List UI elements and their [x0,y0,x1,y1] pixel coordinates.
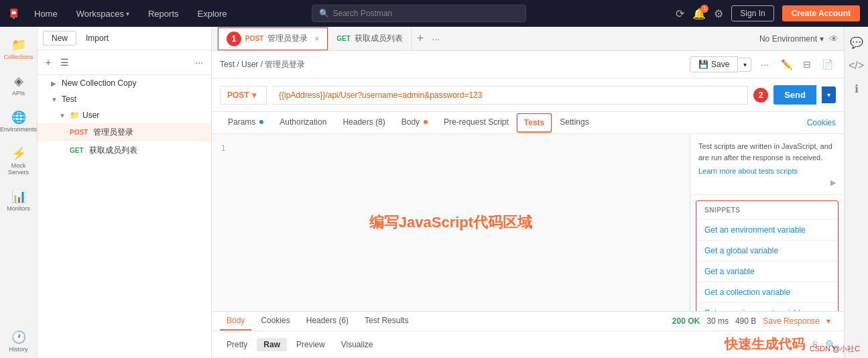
new-button[interactable]: New [43,31,76,46]
status-ok: 200 OK [672,316,700,326]
sidebar-item-mock-servers[interactable]: ⚡ Mock Servers [2,141,36,181]
snippets-info: Test scripts are written in JavaScript, … [690,134,844,195]
tab-get-members[interactable]: GET 获取成员列表 [328,27,412,51]
send-button[interactable]: Send [773,85,816,105]
more-options-button[interactable]: ··· [757,59,773,70]
info-icon[interactable]: ℹ [851,78,863,99]
req-tab-authorization[interactable]: Authorization [271,112,334,133]
request-item-admin-login[interactable]: POST 管理员登录 [38,123,211,141]
save-icon: 💾 [698,60,708,69]
bottom-tab-headers[interactable]: Headers (6) [300,312,355,331]
method-value: POST [227,91,249,100]
more-options-button[interactable]: ··· [192,56,206,69]
snippet-item-global-var[interactable]: Get a global variable [696,241,838,261]
close-icon[interactable]: × [314,34,319,44]
nav-home[interactable]: Home [30,6,62,21]
format-visualize[interactable]: Visualize [334,338,380,351]
nav-reports[interactable]: Reports [144,6,183,21]
edit-icon[interactable]: ✏️ [778,59,795,70]
mock-servers-icon: ⚡ [11,146,26,161]
save-button[interactable]: 💾 Save [690,56,738,72]
sidebar-item-apis[interactable]: ◈ APIs [2,68,36,102]
format-raw[interactable]: Raw [257,338,287,351]
cookies-link[interactable]: Cookies [807,118,836,127]
bottom-tab-cookies[interactable]: Cookies [254,312,296,331]
comment-icon[interactable]: 💬 [846,32,867,53]
req-tab-settings[interactable]: Settings [552,112,597,133]
folder-icon: 📁 [70,111,80,120]
collections-actions-bar: + ☰ ··· [38,50,211,75]
params-dot [259,120,263,124]
snippet-item-variable[interactable]: Get a variable [696,261,838,282]
search-input[interactable] [333,9,519,18]
sync-icon[interactable]: ⟳ [676,7,684,20]
bottom-tab-body[interactable]: Body [220,312,251,331]
req-tab-headers[interactable]: Headers (8) [334,112,393,133]
chevron-down-icon: ▼ [51,96,59,103]
url-input[interactable] [279,91,741,100]
learn-more-link[interactable]: Learn more about tests scripts [698,167,798,175]
format-preview[interactable]: Preview [290,338,332,351]
chevron-down-icon: ▾ [820,34,824,44]
tab-admin-login[interactable]: 1 POST 管理员登录 × [217,27,328,51]
format-pretty[interactable]: Pretty [220,338,254,351]
nav-workspaces[interactable]: Workspaces ▾ [72,6,133,21]
method-selector[interactable]: POST ▾ [220,86,267,105]
send-dropdown-button[interactable]: ▾ [822,86,836,103]
tab-method-get: GET [336,35,351,42]
layout-icon[interactable]: ⊟ [800,59,814,70]
tabs-bar: 1 POST 管理员登录 × GET 获取成员列表 + ··· No Envir… [212,27,844,51]
req-tab-tests[interactable]: Tests [517,113,552,133]
tab-label-admin-login: 管理员登录 [267,33,308,44]
collection-item-test[interactable]: ▼ Test [38,91,211,107]
main-area: 1 POST 管理员登录 × GET 获取成员列表 + ··· No Envir… [212,27,844,358]
search-icon: 🔍 [319,9,329,18]
nav-explore[interactable]: Explore [194,6,231,21]
snippet-item-env-var[interactable]: Get an environment variable [696,220,838,241]
tab-overflow-button[interactable]: ··· [429,34,442,44]
save-dropdown-button[interactable]: ▾ [739,58,751,72]
code-icon[interactable]: </> [845,56,868,76]
collection-item-new-collection-copy[interactable]: ▶ New Collection Copy [38,75,211,91]
create-account-button[interactable]: Create Account [782,5,860,21]
invite-icon[interactable]: 🔔 1 [692,7,706,20]
sidebar-item-collections[interactable]: 📁 Collections [2,32,36,66]
docs-icon[interactable]: 📄 [819,59,836,70]
bottom-tab-test-results[interactable]: Test Results [358,312,415,331]
snippet-item-collection-var[interactable]: Get a collection variable [696,282,838,303]
quick-code-text: 快速生成代码 [725,335,805,353]
method-label-get: GET [70,147,84,154]
filter-button[interactable]: ☰ [58,56,72,69]
req-tab-body[interactable]: Body [393,112,436,133]
chevron-right-icon: ▶ [51,80,59,87]
import-button[interactable]: Import [80,32,114,45]
add-tab-button[interactable]: + [412,32,430,46]
snippet-item-set-env-var[interactable]: Set an environment variable [696,303,838,311]
monitors-icon: 📊 [11,189,26,204]
signin-button[interactable]: Sign In [731,5,773,21]
arrow-icon: ▶ [830,177,836,188]
sidebar-item-monitors[interactable]: 📊 Monitors [2,184,36,217]
folder-item-user[interactable]: ▼ 📁 User [38,107,211,123]
request-item-get-members[interactable]: GET 获取成员列表 [38,141,211,160]
save-response-button[interactable]: Save Response [763,316,820,326]
main-layout: 📁 Collections ◈ APIs 🌐 Environments ⚡ Mo… [0,27,868,358]
req-tab-params[interactable]: Params [220,112,271,133]
search-bar[interactable]: 🔍 [312,5,526,22]
settings-icon[interactable]: ⚙ [714,7,723,20]
chevron-down-icon: ▾ [126,10,129,17]
content-split: 1 编写JavaScript代码区域 Test scripts are writ… [212,134,844,311]
tab-method-post: POST [245,35,263,42]
eye-icon[interactable]: 👁 [829,34,839,44]
editor-area[interactable]: 1 编写JavaScript代码区域 [212,134,690,311]
chevron-down-icon: ▾ [826,316,830,326]
collections-toolbar: New Import [38,27,211,50]
chevron-down-icon: ▼ [59,112,67,119]
environment-selector[interactable]: No Environment ▾ [754,34,829,44]
right-sidebar: 💬 </> ℹ [844,27,868,358]
req-tab-pre-request[interactable]: Pre-request Script [436,112,517,133]
sidebar-item-environments[interactable]: 🌐 Environments [2,105,36,138]
add-collection-button[interactable]: + [43,56,54,69]
tab-label-get-members: 获取成员列表 [355,33,403,44]
sidebar-item-history[interactable]: 🕐 History [2,324,36,358]
